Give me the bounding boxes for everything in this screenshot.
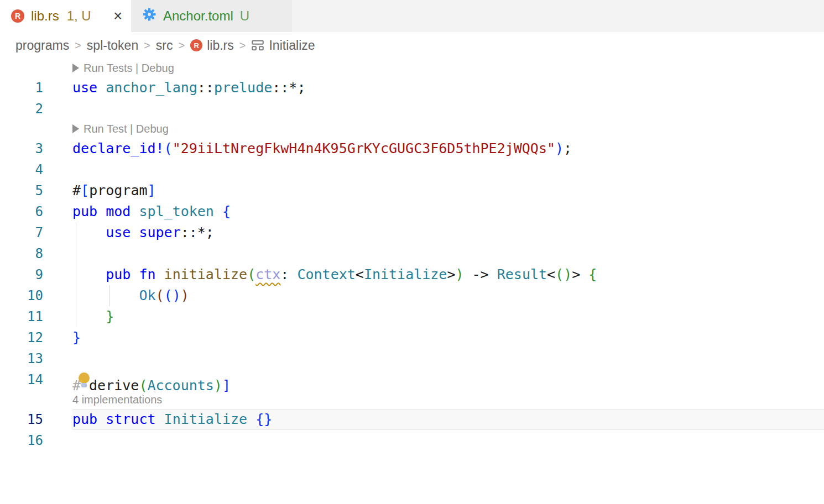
tab-label: Anchor.toml [163, 8, 233, 24]
code-line-content[interactable]: } [72, 306, 824, 327]
code-token: ) [181, 287, 189, 303]
line-number: 13 [0, 348, 72, 369]
code-line-content[interactable]: declare_id!("29iiLtNregFkwH4n4K95GrKYcGU… [72, 138, 824, 159]
code-line-content[interactable] [72, 98, 824, 119]
code-token: ( [555, 266, 564, 282]
code-token: Result [497, 266, 547, 282]
rust-file-icon: R [190, 39, 202, 51]
code-token: : [280, 266, 297, 282]
chevron-right-icon: > [69, 39, 87, 52]
indent-guide [109, 285, 109, 306]
code-line-content[interactable] [72, 159, 824, 180]
breadcrumb-item-programs[interactable]: programs [15, 38, 69, 53]
codelens-row: Run Test | Debug [0, 119, 824, 138]
code-line-content[interactable]: #derive(Accounts)] [72, 369, 824, 390]
breadcrumb-item-spl-token[interactable]: spl-token [87, 38, 138, 53]
breadcrumb-item-src[interactable]: src [156, 38, 173, 53]
line-number: 14 [0, 369, 72, 390]
code-line-content[interactable] [72, 348, 824, 369]
code-token: ctx [255, 266, 280, 282]
tab-lib-rs[interactable]: R lib.rs 1, U × [0, 0, 131, 32]
breadcrumb-item-initialize[interactable]: Initialize [269, 38, 315, 53]
code-editor[interactable]: Run Tests | Debug1use anchor_lang::prelu… [0, 59, 824, 451]
code-token: [ [81, 182, 89, 198]
code-token: } [72, 329, 81, 345]
codelens-label: Run Test | Debug [84, 119, 169, 138]
code-token: pub [72, 411, 97, 427]
code-line: 3declare_id!("29iiLtNregFkwH4n4K95GrKYcG… [0, 138, 824, 159]
code-line-content[interactable]: #[program] [72, 180, 824, 201]
code-token: ::*; [272, 80, 305, 96]
codelens-row: 4 implementations [0, 390, 824, 409]
code-token: ( [247, 266, 255, 282]
code-token: use [106, 224, 131, 240]
code-token: struct [106, 411, 155, 427]
code-token [72, 308, 106, 324]
line-number: 10 [0, 285, 72, 306]
codelens-row: Run Tests | Debug [0, 59, 824, 77]
code-token [131, 224, 139, 240]
breadcrumb-item-lib-rs[interactable]: lib.rs [207, 38, 234, 53]
chevron-right-icon: > [173, 39, 191, 52]
code-line-content[interactable]: } [72, 327, 824, 348]
code-line: 2 [0, 98, 824, 119]
tab-label: lib.rs [31, 8, 59, 24]
code-line-content[interactable]: Ok(()) [72, 285, 824, 306]
code-line-content[interactable] [72, 430, 824, 451]
code-token: ) [455, 266, 463, 282]
code-token: "29iiLtNregFkwH4n4K95GrKYcGUGC3F6D5thPE2… [173, 140, 555, 156]
code-line: 9 pub fn initialize(ctx: Context<Initial… [0, 264, 824, 285]
codelens-action[interactable]: Run Tests | Debug [72, 59, 824, 77]
code-token: < [356, 266, 364, 282]
code-token [247, 411, 255, 427]
code-token: pub [72, 203, 97, 219]
code-line: 13 [0, 348, 824, 369]
code-token: mod [106, 203, 131, 219]
tab-anchor-toml[interactable]: Anchor.toml U [131, 0, 292, 32]
lightbulb-icon[interactable] [81, 369, 89, 390]
code-token: spl_token [139, 203, 213, 219]
code-token: -> [464, 266, 497, 282]
code-token: Initialize [164, 411, 248, 427]
code-line-content[interactable]: pub mod spl_token { [72, 201, 824, 222]
line-number: 15 [0, 409, 72, 430]
code-token: > [447, 266, 455, 282]
code-line-content[interactable] [72, 243, 824, 264]
code-token: super [139, 224, 180, 240]
code-token: < [547, 266, 555, 282]
close-icon[interactable]: × [113, 9, 122, 24]
code-line-content[interactable]: use super::*; [72, 222, 824, 243]
code-token: program [89, 182, 147, 198]
code-token: anchor_lang [106, 80, 197, 96]
code-line: 5#[program] [0, 180, 824, 201]
line-number: 11 [0, 306, 72, 327]
line-number: 4 [0, 159, 72, 180]
chevron-right-icon: > [138, 39, 156, 52]
code-token: {} [255, 411, 272, 427]
codelens-label: 4 implementations [72, 390, 162, 409]
run-icon [72, 124, 79, 133]
code-line-content[interactable]: pub fn initialize(ctx: Context<Initializ… [72, 264, 824, 285]
codelens-action[interactable]: 4 implementations [72, 390, 824, 409]
code-token [97, 203, 106, 219]
code-token: pub [106, 266, 131, 282]
codelens-action[interactable]: Run Test | Debug [72, 119, 824, 138]
code-token: prelude [214, 80, 272, 96]
code-line-content[interactable]: use anchor_lang::prelude::*; [72, 77, 824, 98]
code-line: 16 [0, 430, 824, 451]
line-number: 16 [0, 430, 72, 451]
tab-bar: R lib.rs 1, U × Anchor.toml U [0, 0, 824, 32]
code-line-content[interactable]: pub struct Initialize {} [72, 409, 824, 430]
code-token: fn [139, 266, 155, 282]
run-icon [72, 64, 79, 72]
code-token: ] [147, 182, 155, 198]
line-number [0, 59, 72, 77]
line-number [0, 390, 72, 409]
gear-icon [142, 7, 157, 25]
code-token: ( [164, 287, 173, 303]
line-number: 5 [0, 180, 72, 201]
line-number: 3 [0, 138, 72, 159]
code-token [72, 287, 139, 303]
indent-guide [76, 222, 76, 327]
code-token: ) [555, 140, 564, 156]
